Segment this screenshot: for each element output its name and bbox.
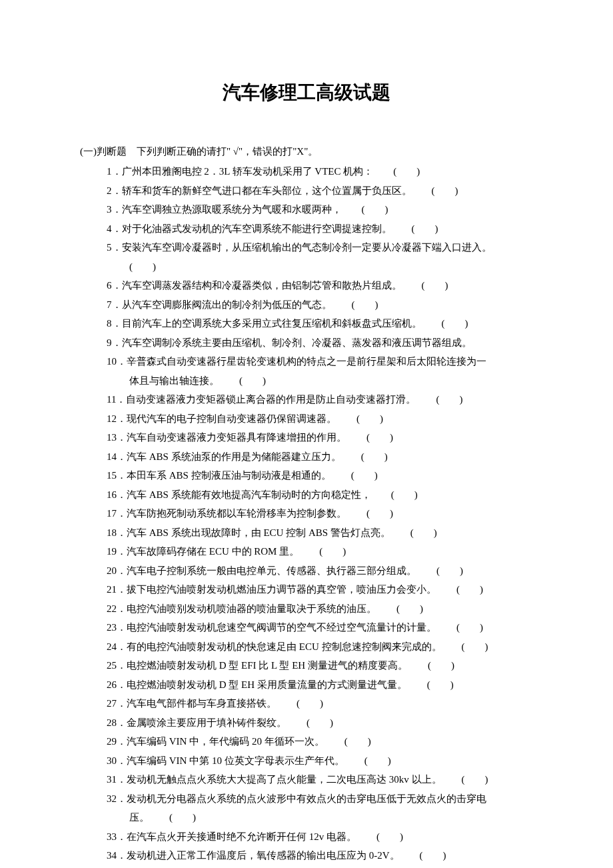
- question-item: 21．拔下电控汽油喷射发动机燃油压力调节器的真空管，喷油压力会变小。 ( ): [107, 580, 533, 599]
- question-item: 30．汽车编码 VIN 中第 10 位英文字母表示生产年代。 ( ): [107, 751, 533, 771]
- question-item: 6．汽车空调蒸发器结构和冷凝器类似，由铝制芯管和散热片组成。 ( ): [107, 276, 533, 295]
- question-item: 29．汽车编码 VIN 中，年代编码 20 年循环一次。 ( ): [107, 732, 533, 751]
- question-item: 2．轿车和货车的新鲜空气进口都在车头部位，这个位置属于负压区。 ( ): [107, 181, 533, 201]
- question-item: 9．汽车空调制冷系统主要由压缩机、制冷剂、冷凝器、蒸发器和液压调节器组成。: [107, 333, 533, 353]
- question-item: 35．柴油机的活塞销与座孔要求常温下为过盈配合，允许有轻微间隙。 ( ): [107, 865, 533, 869]
- question-item: 19．汽车故障码存储在 ECU 中的 ROM 里。 ( ): [107, 542, 533, 561]
- question-item: 1．广州本田雅阁电控 2．3L 轿车发动机采用了 VTEC 机构： ( ): [107, 162, 533, 181]
- question-item: 15．本田车系 ABS 控制液压油与制动液是相通的。 ( ): [107, 466, 533, 485]
- question-item: 25．电控燃油喷射发动机 D 型 EFI 比 L 型 EH 测量进气的精度要高。…: [107, 656, 533, 675]
- question-item: 3．汽车空调独立热源取暖系统分为气暖和水暖两种， ( ): [107, 200, 533, 219]
- question-item: 17．汽车防抱死制动系统都以车轮滑移率为控制参数。 ( ): [107, 504, 533, 523]
- question-item: 4．对于化油器式发动机的汽车空调系统不能进行空调提速控制。 ( ): [107, 219, 533, 239]
- question-item: 34．发动机进入正常工作温度后，氧传感器的输出电压应为 0-2V。 ( ): [107, 846, 533, 865]
- question-item: 18．汽车 ABS 系统出现故障时，由 ECU 控制 ABS 警告灯点亮。 ( …: [107, 523, 533, 543]
- question-item: 11．自动变速器液力变矩器锁止离合器的作用是防止自动变速器打滑。 ( ): [107, 390, 533, 409]
- question-item-continuation: 压。 ( ): [107, 808, 533, 827]
- question-item: 5．安装汽车空调冷凝器时，从压缩机输出的气态制冷剂一定要从冷凝器下端入口进入。: [107, 238, 533, 257]
- question-item-continuation: 体且与输出轴连接。 ( ): [107, 371, 533, 391]
- question-item: 33．在汽车点火开关接通时绝不允许断开任何 12v 电器。 ( ): [107, 827, 533, 847]
- question-item: 27．汽车电气部件都与车身直接搭铁。 ( ): [107, 694, 533, 713]
- question-item: 16．汽车 ABS 系统能有效地提高汽车制动时的方向稳定性， ( ): [107, 485, 533, 505]
- question-item: 28．金属喷涂主要应用于填补铸件裂纹。 ( ): [107, 713, 533, 733]
- question-item-continuation: ( ): [107, 257, 533, 277]
- question-item: 10．辛普森式自动变速器行星齿轮变速机构的特点之一是前行星架和后太阳轮连接为一: [107, 352, 533, 371]
- question-item: 12．现代汽车的电子控制自动变速器仍保留调速器。 ( ): [107, 409, 533, 429]
- document-page: 汽车修理工高级试题 (一)判断题 下列判断正确的请打" √"，错误的打"X"。 …: [0, 0, 613, 868]
- question-item: 13．汽车自动变速器液力变矩器具有降速增扭的作用。 ( ): [107, 428, 533, 447]
- question-item: 24．有的电控汽油喷射发动机的快怠速足由 ECU 控制怠速控制阀来完成的。 ( …: [107, 637, 533, 657]
- question-item: 26．电控燃油喷射发动机 D 型 EH 采用质量流量的方式测量进气量。 ( ): [107, 675, 533, 695]
- question-item: 7．从汽车空调膨胀阀流出的制冷剂为低压的气态。 ( ): [107, 295, 533, 315]
- question-item: 22．电控汽油喷别发动机喷油器的喷油量取决于系统的油压。 ( ): [107, 599, 533, 619]
- question-item: 31．发动机无触点点火系统大大提高了点火能量，二次电压高达 30kv 以上。 (…: [107, 770, 533, 789]
- section-intro: (一)判断题 下列判断正确的请打" √"，错误的打"X"。: [80, 145, 533, 158]
- question-item: 8．目前汽车上的空调系统大多采用立式往复压缩机和斜板盘式压缩机。 ( ): [107, 314, 533, 333]
- question-item: 20．汽车电子控制系统一般由电控单元、传感器、执行器三部分组成。 ( ): [107, 561, 533, 581]
- question-item: 23．电控汽油喷射发动机怠速空气阀调节的空气不经过空气流量计的计量。 ( ): [107, 618, 533, 637]
- question-item: 14．汽车 ABS 系统油泵的作用是为储能器建立压力。 ( ): [107, 447, 533, 467]
- question-list: 1．广州本田雅阁电控 2．3L 轿车发动机采用了 VTEC 机构： ( )2．轿…: [80, 162, 533, 868]
- document-title: 汽车修理工高级试题: [80, 80, 533, 105]
- question-item: 32．发动机无分电器点火系统的点火波形中有效点火的击穿电压低于无效点火的击穿电: [107, 789, 533, 809]
